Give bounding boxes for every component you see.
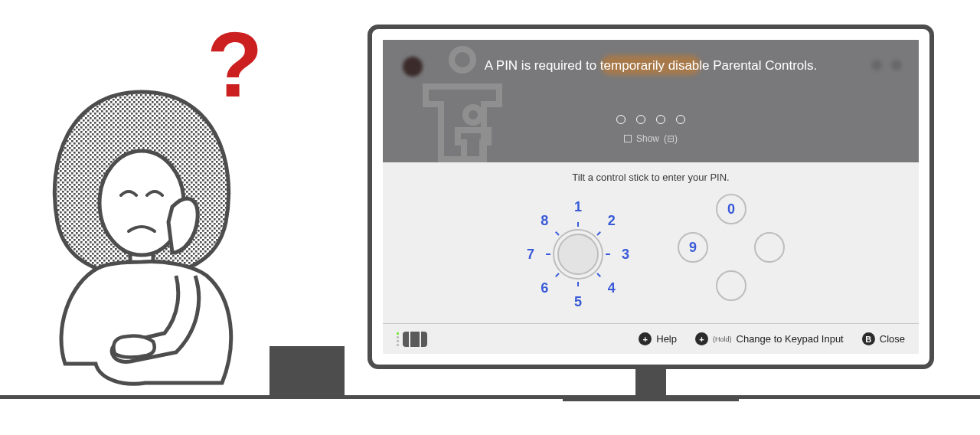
control-stick-dial[interactable]: 12345678	[513, 189, 643, 319]
dial-tick	[577, 282, 579, 286]
change-input-label: Change to Keypad Input	[737, 333, 844, 345]
dial-tick	[555, 273, 560, 278]
pin-prompt-title: A PIN is required to temporarily disable…	[383, 40, 919, 74]
dial-number-1[interactable]: 1	[574, 199, 582, 215]
monitor-stand-neck	[635, 368, 666, 398]
b-button-icon: B	[862, 332, 875, 345]
face-button-right[interactable]	[754, 232, 785, 263]
dial-number-7[interactable]: 7	[527, 247, 534, 263]
pin-header-panel: A PIN is required to temporarily disable…	[383, 40, 919, 162]
monitor-stand-base	[563, 398, 739, 401]
pin-dot	[676, 115, 685, 124]
plus-button-icon: +	[639, 332, 652, 345]
hold-hint: (Hold)	[713, 335, 732, 343]
dial-tick	[546, 253, 550, 255]
player-led-icon	[397, 332, 399, 346]
dial-tick	[606, 253, 610, 255]
dial-number-6[interactable]: 6	[541, 280, 548, 296]
help-label: Help	[656, 333, 677, 345]
dial-number-8[interactable]: 8	[541, 213, 548, 229]
pin-dot	[656, 115, 665, 124]
dial-tick	[597, 273, 602, 278]
monitor-bezel: A PIN is required to temporarily disable…	[368, 25, 934, 369]
close-label: Close	[880, 333, 905, 345]
instruction-text: Tilt a control stick to enter your PIN.	[383, 162, 919, 183]
change-input-button[interactable]: + (Hold) Change to Keypad Input	[695, 332, 844, 345]
face-buttons: 0 9	[674, 194, 789, 309]
console-box	[270, 346, 345, 396]
footer-bar: + Help + (Hold) Change to Keypad Input B…	[383, 323, 919, 354]
dial-number-2[interactable]: 2	[608, 213, 616, 229]
dial-number-5[interactable]: 5	[574, 294, 582, 310]
pin-dot	[616, 115, 626, 124]
face-button-bottom[interactable]	[716, 270, 746, 301]
joycon-left-icon	[403, 332, 409, 347]
confused-person-illustration: ?	[23, 23, 268, 398]
help-button[interactable]: + Help	[639, 332, 677, 345]
controller-indicator	[397, 332, 427, 347]
plus-button-icon: +	[695, 332, 708, 345]
joycon-grip-icon	[410, 332, 420, 347]
show-pin-toggle[interactable]: Show (⊟)	[383, 133, 919, 144]
pin-dot	[636, 115, 645, 124]
close-button[interactable]: B Close	[862, 332, 905, 345]
dial-tick	[555, 231, 560, 236]
face-button-top[interactable]: 0	[716, 194, 746, 224]
pin-entry-dots	[383, 115, 919, 124]
dial-tick	[577, 222, 579, 227]
question-mark-icon: ?	[207, 11, 263, 117]
screen-content: A PIN is required to temporarily disable…	[383, 40, 919, 354]
pin-input-panel: Tilt a control stick to enter your PIN. …	[383, 162, 919, 354]
joycon-right-icon	[421, 332, 427, 347]
dial-number-4[interactable]: 4	[608, 280, 616, 296]
checkbox-icon	[624, 135, 632, 142]
dial-tick	[597, 231, 602, 236]
dial-number-3[interactable]: 3	[622, 247, 629, 263]
monitor: A PIN is required to temporarily disable…	[368, 25, 934, 401]
face-button-left[interactable]: 9	[678, 232, 708, 263]
show-hint: (⊟)	[664, 133, 678, 144]
show-label: Show	[636, 133, 659, 144]
input-area: 12345678 0 9	[383, 189, 919, 319]
